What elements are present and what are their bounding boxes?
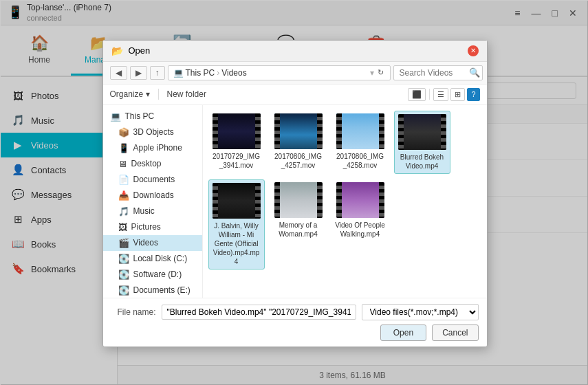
breadcrumb-thispc: This PC <box>186 68 215 78</box>
file-thumbnail <box>274 113 323 149</box>
file-item[interactable]: Memory of a Woman.mp4 <box>270 179 327 270</box>
file-thumbnail <box>213 183 261 219</box>
file-item[interactable]: Blurred Bokeh Video.mp4 <box>394 111 450 174</box>
tree-item-desktop[interactable]: 🖥 Desktop <box>103 156 202 172</box>
apple-iphone-icon: 📱 <box>118 143 129 153</box>
refresh-path-button[interactable]: ↻ <box>376 68 385 77</box>
file-name: J. Balvin, Willy William - Mi Gente (Off… <box>212 221 261 266</box>
tree-item-documents[interactable]: 📄 Documents <box>103 172 202 188</box>
help-button[interactable]: ? <box>467 88 479 101</box>
file-name: Memory of a Woman.mp4 <box>273 221 324 239</box>
file-item[interactable]: J. Balvin, Willy William - Mi Gente (Off… <box>208 179 265 270</box>
dialog-nav: ◀ ▶ ↑ 💻 This PC › Videos ▾ ↻ 🔍 <box>103 62 487 85</box>
file-item[interactable]: 20170806_IMG_4258.mov <box>332 111 389 174</box>
dialog-title: Open <box>129 45 151 56</box>
forward-button[interactable]: ▶ <box>130 66 147 80</box>
open-file-dialog: 📂 Open ✕ ◀ ▶ ↑ 💻 This PC › Videos ▾ ↻ <box>102 40 488 347</box>
pictures-icon: 🖼 <box>118 222 127 232</box>
tree-item-doce[interactable]: 💽 Documents (E:) <box>103 283 202 298</box>
tree-item-apple-iphone[interactable]: 📱 Apple iPhone <box>103 140 202 156</box>
new-folder-button[interactable]: New folder <box>167 89 206 99</box>
toolbar-sep <box>158 89 159 100</box>
file-name: 20170806_IMG_4257.mov <box>273 152 324 170</box>
downloads-icon: 📥 <box>118 190 129 201</box>
filename-input[interactable] <box>162 305 356 320</box>
search-icon: 🔍 <box>469 67 480 78</box>
tree-item-3dobjects[interactable]: 📦 3D Objects <box>103 124 202 140</box>
file-name: 20170806_IMG_4258.mov <box>335 152 386 170</box>
breadcrumb: 💻 This PC › Videos ▾ ↻ <box>168 65 391 80</box>
softd-icon: 💽 <box>118 270 129 280</box>
back-button[interactable]: ◀ <box>110 66 127 80</box>
file-item[interactable]: Video Of People Walking.mp4 <box>332 179 389 270</box>
file-thumbnail <box>336 182 384 218</box>
dialog-body: 💻 This PC 📦 3D Objects 📱 Apple iPhone 🖥 … <box>103 105 487 298</box>
file-thumbnail <box>213 113 261 149</box>
file-item[interactable]: 20170729_IMG_3941.mov <box>208 111 265 174</box>
breadcrumb-sep: › <box>217 68 219 78</box>
file-name: Video Of People Walking.mp4 <box>335 221 386 239</box>
file-name: 20170729_IMG_3941.mov <box>211 152 262 170</box>
breadcrumb-videos: Videos <box>221 68 246 78</box>
toolbar-sep2 <box>429 89 430 100</box>
dialog-overlay: 📂 Open ✕ ◀ ▶ ↑ 💻 This PC › Videos ▾ ↻ <box>1 1 588 385</box>
file-item[interactable]: 20170806_IMG_4257.mov <box>270 111 327 174</box>
footer-buttons: Open Cancel <box>111 324 479 341</box>
videos-tree-icon: 🎬 <box>118 238 129 248</box>
documents-icon: 📄 <box>118 175 129 185</box>
organize-button[interactable]: Organize ▾ <box>110 89 150 99</box>
filename-label: File name: <box>111 307 156 317</box>
file-name: Blurred Bokeh Video.mp4 <box>398 153 447 170</box>
tree-item-music[interactable]: 🎵 Music <box>103 204 202 219</box>
list-view-button[interactable]: ☰ <box>433 88 448 101</box>
detail-view-button[interactable]: ⊞ <box>450 88 465 101</box>
localc-icon: 💽 <box>118 254 129 264</box>
tree-item-videos[interactable]: 🎬 Videos <box>103 235 202 251</box>
dialog-close-button[interactable]: ✕ <box>468 45 479 56</box>
dialog-footer: File name: Video files(*.mov;*.mp4) Open… <box>103 298 487 346</box>
filetype-select[interactable]: Video files(*.mov;*.mp4) <box>362 304 479 320</box>
breadcrumb-icon: 💻 <box>173 68 184 78</box>
doce-icon: 💽 <box>118 285 129 296</box>
tree-item-localc[interactable]: 💽 Local Disk (C:) <box>103 251 202 267</box>
tree-item-softd[interactable]: 💽 Software (D:) <box>103 267 202 283</box>
thispc-icon: 💻 <box>110 111 121 122</box>
extra-view-button[interactable]: ⬛ <box>408 88 426 101</box>
folder-tree: 💻 This PC 📦 3D Objects 📱 Apple iPhone 🖥 … <box>103 105 203 298</box>
files-panel: 20170729_IMG_3941.mov 20170806_IMG_4257.… <box>203 105 487 298</box>
up-button[interactable]: ↑ <box>150 66 165 80</box>
dialog-titlebar: 📂 Open ✕ <box>103 41 487 62</box>
tree-item-downloads[interactable]: 📥 Downloads <box>103 188 202 204</box>
view-buttons: ⬛ ☰ ⊞ ? <box>408 88 479 101</box>
breadcrumb-dropdown-icon[interactable]: ▾ <box>370 68 374 78</box>
dialog-folder-icon: 📂 <box>111 45 123 56</box>
tree-item-thispc[interactable]: 💻 This PC <box>103 109 202 124</box>
cancel-button[interactable]: Cancel <box>432 324 478 341</box>
open-button[interactable]: Open <box>380 324 426 341</box>
file-thumbnail <box>336 113 384 149</box>
3dobjects-icon: 📦 <box>118 127 129 138</box>
tree-item-pictures[interactable]: 🖼 Pictures <box>103 219 202 235</box>
file-thumbnail <box>274 182 323 218</box>
dialog-toolbar: Organize ▾ New folder ⬛ ☰ ⊞ ? <box>103 85 487 105</box>
filename-row: File name: Video files(*.mov;*.mp4) <box>111 304 479 320</box>
desktop-icon: 🖥 <box>118 159 127 169</box>
music-tree-icon: 🎵 <box>118 206 129 217</box>
file-thumbnail <box>398 114 446 150</box>
